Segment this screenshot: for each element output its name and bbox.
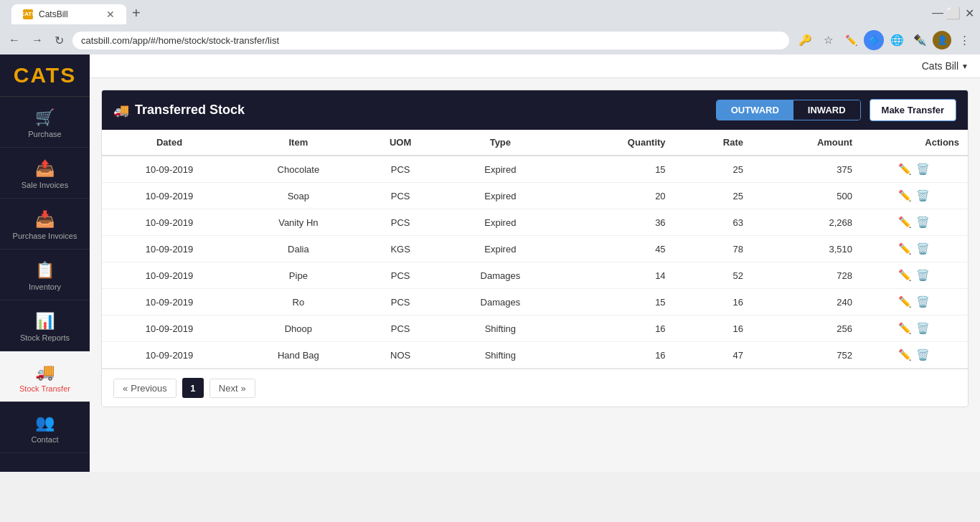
edit-button[interactable]: ✏️ [898, 348, 912, 361]
sidebar-item-label: Stock Reports [20, 333, 70, 342]
cell-dated: 10-09-2019 [102, 209, 237, 236]
cell-amount: 752 [752, 342, 861, 369]
cell-item: Dalia [237, 236, 360, 262]
col-type: Type [441, 130, 560, 156]
table-row: 10-09-2019 Soap PCS Expired 20 25 500 ✏️… [102, 183, 968, 209]
minimize-button[interactable]: — [933, 8, 943, 18]
delete-button[interactable]: 🗑️ [916, 348, 930, 361]
user-avatar[interactable]: 👤 [933, 31, 951, 49]
col-amount: Amount [752, 130, 861, 156]
edit-button[interactable]: ✏️ [898, 269, 912, 282]
cell-dated: 10-09-2019 [102, 315, 237, 342]
table-row: 10-09-2019 Vanity Hn PCS Expired 36 63 2… [102, 209, 968, 236]
previous-page-button[interactable]: « Previous [113, 379, 176, 398]
col-uom: UOM [360, 130, 441, 156]
next-page-button[interactable]: Next » [209, 379, 255, 398]
extension-purple-icon[interactable]: ✒️ [910, 30, 930, 50]
cell-type: Expired [441, 156, 560, 183]
make-transfer-button[interactable]: Make Transfer [870, 99, 956, 121]
delete-button[interactable]: 🗑️ [916, 242, 930, 255]
cell-rate: 25 [674, 156, 752, 183]
bookmark-icon[interactable]: 🔑 [795, 30, 815, 50]
cell-actions: ✏️ 🗑️ [861, 156, 968, 183]
browser-tab[interactable]: CATS CatsBill ✕ [11, 4, 126, 24]
edit-button[interactable]: ✏️ [898, 189, 912, 202]
close-button[interactable]: ✕ [964, 8, 974, 18]
cell-type: Shifting [441, 342, 560, 369]
back-button[interactable]: ← [6, 31, 23, 49]
logo: CATS [14, 63, 76, 87]
cell-amount: 240 [752, 289, 861, 315]
forward-button[interactable]: → [29, 31, 46, 49]
cell-item: Vanity Hn [237, 209, 360, 236]
sidebar-item-inventory[interactable]: 📋 Inventory [0, 250, 90, 300]
extension-circle-icon[interactable]: 🌐 [887, 30, 907, 50]
edit-button[interactable]: ✏️ [898, 242, 912, 255]
extension-edit-icon[interactable]: ✏️ [841, 30, 861, 50]
cell-dated: 10-09-2019 [102, 183, 237, 209]
contact-icon: 👥 [35, 414, 55, 432]
extension-blue-icon[interactable]: 🔷 [864, 30, 884, 50]
cell-type: Expired [441, 183, 560, 209]
cell-quantity: 20 [560, 183, 674, 209]
delete-button[interactable]: 🗑️ [916, 295, 930, 308]
sidebar-item-stock-reports[interactable]: 📊 Stock Reports [0, 300, 90, 351]
sidebar-item-label: Purchase Invoices [13, 232, 77, 240]
edit-button[interactable]: ✏️ [898, 163, 912, 176]
table-row: 10-09-2019 Dalia KGS Expired 45 78 3,510… [102, 236, 968, 262]
inward-toggle-btn[interactable]: INWARD [793, 100, 860, 120]
edit-button[interactable]: ✏️ [898, 295, 912, 308]
panel-title-icon: 🚚 [113, 103, 129, 118]
star-icon[interactable]: ☆ [818, 30, 838, 50]
new-tab-button[interactable]: + [126, 2, 146, 24]
col-quantity: Quantity [560, 130, 674, 156]
tab-close-btn[interactable]: ✕ [106, 9, 115, 20]
sidebar-item-purchase[interactable]: 🛒 Purchase [0, 97, 90, 148]
cell-amount: 2,268 [752, 209, 861, 236]
outward-toggle-btn[interactable]: OUTWARD [717, 100, 793, 120]
cell-rate: 16 [674, 315, 752, 342]
table-wrapper: Dated Item UOM Type Quantity Rate Amount… [102, 130, 968, 369]
content-area: 🚚 Transferred Stock OUTWARD INWARD Make … [90, 78, 980, 472]
cats-bill-label[interactable]: Cats Bill ▼ [922, 60, 969, 72]
cell-dated: 10-09-2019 [102, 289, 237, 315]
cell-item: Soap [237, 183, 360, 209]
cell-quantity: 36 [560, 209, 674, 236]
sidebar-item-label: Sale Invoices [22, 181, 68, 189]
cell-uom: PCS [360, 315, 441, 342]
delete-button[interactable]: 🗑️ [916, 189, 930, 202]
delete-button[interactable]: 🗑️ [916, 269, 930, 282]
sidebar: CATS 🛒 Purchase 📤 Sale Invoices 📥 Purcha… [0, 54, 90, 472]
edit-button[interactable]: ✏️ [898, 322, 912, 335]
cell-actions: ✏️ 🗑️ [861, 342, 968, 369]
delete-button[interactable]: 🗑️ [916, 216, 930, 229]
cell-dated: 10-09-2019 [102, 342, 237, 369]
sidebar-item-label: Contact [32, 435, 59, 444]
table-body: 10-09-2019 Chocolate PCS Expired 15 25 3… [102, 156, 968, 369]
url-input[interactable] [72, 32, 789, 49]
sidebar-item-stock-transfer[interactable]: 🚚 Stock Transfer [0, 351, 90, 402]
delete-button[interactable]: 🗑️ [916, 163, 930, 176]
panel-title: 🚚 Transferred Stock [113, 103, 245, 118]
edit-button[interactable]: ✏️ [898, 216, 912, 229]
maximize-button[interactable]: ⬜ [948, 8, 958, 18]
cell-quantity: 16 [560, 342, 674, 369]
current-page[interactable]: 1 [182, 378, 204, 398]
delete-button[interactable]: 🗑️ [916, 322, 930, 335]
cell-rate: 78 [674, 236, 752, 262]
cell-uom: PCS [360, 156, 441, 183]
sidebar-item-label: Inventory [29, 283, 61, 291]
chrome-menu-icon[interactable]: ⋮ [954, 30, 974, 50]
cell-uom: KGS [360, 236, 441, 262]
sidebar-item-sale-invoices[interactable]: 📤 Sale Invoices [0, 148, 90, 199]
sidebar-item-purchase-invoices[interactable]: 📥 Purchase Invoices [0, 199, 90, 250]
refresh-button[interactable]: ↻ [52, 31, 67, 50]
cell-type: Damages [441, 289, 560, 315]
table-row: 10-09-2019 Chocolate PCS Expired 15 25 3… [102, 156, 968, 183]
table-row: 10-09-2019 Dhoop PCS Shifting 16 16 256 … [102, 315, 968, 342]
col-item: Item [237, 130, 360, 156]
inventory-icon: 📋 [35, 261, 55, 280]
sidebar-item-contact[interactable]: 👥 Contact [0, 402, 90, 453]
cell-item: Hand Bag [237, 342, 360, 369]
table-row: 10-09-2019 Hand Bag NOS Shifting 16 47 7… [102, 342, 968, 369]
